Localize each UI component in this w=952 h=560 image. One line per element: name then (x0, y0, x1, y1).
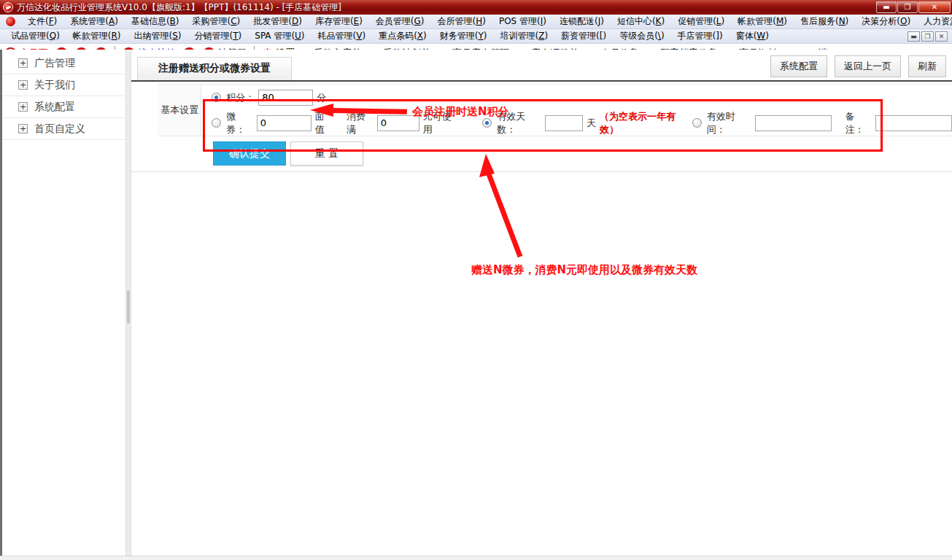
mdi-close-button[interactable]: ✕ (935, 31, 948, 42)
sidebar-item[interactable]: +首页自定义 (2, 118, 125, 140)
menu-item-N[interactable]: 售后服务(N) (794, 14, 855, 29)
menu-item-T[interactable]: 分销管理(T) (188, 28, 249, 44)
coupon-label: 微券： (226, 110, 252, 136)
menu-item-[[interactable]: 薪资管理([) (554, 28, 613, 44)
app-body: +广告管理+关于我们+系统配置+首页自定义 注册赠送积分或微券设置 系统配置返回… (0, 50, 952, 556)
menu-item-\[interactable]: 等级会员(\) (613, 28, 670, 44)
sidebar-splitter[interactable] (125, 50, 131, 556)
reset-button[interactable]: 重 置 (290, 141, 363, 166)
valid-time-radio[interactable] (692, 118, 702, 128)
valid-days-input[interactable] (545, 115, 583, 131)
sidebar-item[interactable]: +关于我们 (2, 74, 125, 96)
valid-time-label: 有效时间： (707, 110, 751, 136)
menu-item-L[interactable]: 促销管理(L) (671, 14, 731, 29)
header-button[interactable]: 系统配置 (770, 55, 827, 77)
menu-item-S[interactable]: 出纳管理(S) (128, 28, 188, 44)
menu-item-E[interactable]: 库存管理(E) (309, 14, 369, 29)
valid-days-note: （为空表示一年有效） (600, 110, 689, 136)
mdi-restore-button[interactable]: ❐ (921, 31, 934, 42)
sidebar-item[interactable]: +系统配置 (2, 96, 125, 118)
menu-item-D[interactable]: 批发管理(D) (247, 14, 309, 29)
menu-item-Z[interactable]: 培训管理(Z) (493, 28, 554, 44)
spend-label: 消费满 (347, 110, 373, 136)
sidebar: +广告管理+关于我们+系统配置+首页自定义 (2, 50, 125, 556)
titlebar: 万信达化妆品行业管理系统V10.0【旗舰版:1】【PPT】(161114) - … (0, 0, 952, 15)
sidebar-item-label: 关于我们 (34, 79, 75, 92)
menu-item-C[interactable]: 采购管理(C) (185, 14, 247, 29)
menu-item-B[interactable]: 基础信息(B) (125, 14, 186, 29)
coupon-value-input[interactable] (257, 115, 311, 131)
page-title: 注册赠送积分或微券设置 (137, 57, 292, 80)
app-logo-icon (3, 2, 13, 12)
menu-item-M[interactable]: 帐款管理(M) (731, 14, 794, 29)
menu-item-G[interactable]: 会员管理(G) (369, 14, 431, 29)
points-label: 积分： (226, 91, 255, 104)
expand-plus-icon[interactable]: + (18, 102, 28, 112)
expand-plus-icon[interactable]: + (18, 124, 28, 133)
menu-item-Y[interactable]: 财务管理(Y) (433, 28, 494, 44)
minimize-button[interactable]: ▬ (876, 1, 897, 13)
menu-item-O[interactable]: 决策分析(O) (855, 14, 917, 29)
sidebar-item-label: 系统配置 (34, 101, 75, 114)
menu-item-I[interactable]: POS 管理(I) (492, 14, 553, 29)
sidebar-item-label: 首页自定义 (34, 122, 85, 136)
expand-plus-icon[interactable]: + (18, 80, 28, 90)
valid-time-input[interactable] (755, 115, 832, 131)
menu-item-K[interactable]: 短信中心(K) (611, 14, 671, 29)
close-button[interactable]: ✕ (918, 1, 951, 13)
menu-item-W[interactable]: 窗体(W) (730, 28, 775, 44)
splitter-handle-icon[interactable] (127, 290, 130, 324)
header-button[interactable]: 刷新 (908, 55, 946, 77)
remark-label: 备注： (845, 110, 872, 136)
horizontal-scrollbar[interactable] (0, 556, 952, 560)
points-row: 积分： 分 (201, 85, 952, 110)
coupon-radio[interactable] (212, 118, 221, 128)
window-title: 万信达化妆品行业管理系统V10.0【旗舰版:1】【PPT】(161114) - … (17, 1, 876, 14)
main-content: 注册赠送积分或微券设置 系统配置返回上一页刷新 基本设置 积分： 分 微券： (131, 50, 952, 556)
menu-item-H[interactable]: 会所管理(H) (431, 14, 492, 29)
sidebar-item[interactable]: +广告管理 (2, 52, 125, 74)
remark-input[interactable] (875, 115, 952, 131)
settings-form: 基本设置 积分： 分 微券： 面值 消费满 (131, 82, 952, 172)
menubar-row1: 文件(F)系统管理(A)基础信息(B)采购管理(C)批发管理(D)库存管理(E)… (0, 15, 952, 29)
menu-item-X[interactable]: 重点条码(X) (372, 28, 433, 44)
menu-item-Q[interactable]: 试品管理(Q) (4, 28, 66, 44)
annotation-points-text: 会员注册时送N积分 (412, 105, 509, 119)
valid-days-radio[interactable] (482, 118, 492, 128)
content-header: 注册赠送积分或微券设置 系统配置返回上一页刷新 (131, 50, 952, 82)
menu-item-F[interactable]: 文件(F) (21, 14, 63, 29)
coupon-suffix: 面值 (315, 110, 333, 136)
coupon-row: 微券： 面值 消费满 元可使用 有效天数： 天 （为空表示一年有效） 有效时间： (201, 110, 952, 136)
annotation-coupon-text: 赠送N微券，消费N元即使用以及微券有效天数 (471, 263, 697, 277)
app-menu-icon (6, 17, 15, 26)
menubar-row2: 试品管理(Q)帐款管理(R)出纳管理(S)分销管理(T)SPA 管理(U)耗品管… (0, 29, 952, 44)
mdi-minimize-button[interactable]: ▬ (908, 31, 920, 42)
points-radio[interactable] (212, 93, 221, 102)
menu-item-P[interactable]: 人力资源(P) (917, 14, 952, 29)
expand-plus-icon[interactable]: + (18, 58, 28, 68)
restore-button[interactable]: ❐ (897, 1, 918, 13)
menu-item-][interactable]: 手店管理(]) (671, 28, 730, 44)
points-suffix: 分 (317, 91, 326, 104)
menu-item-A[interactable]: 系统管理(A) (63, 14, 125, 29)
menu-item-V[interactable]: 耗品管理(V) (311, 28, 373, 44)
menu-item-J[interactable]: 连锁配送(J) (553, 14, 611, 29)
points-input[interactable] (258, 90, 313, 106)
sidebar-item-label: 广告管理 (34, 57, 75, 70)
header-button[interactable]: 返回上一页 (835, 55, 901, 77)
submit-button[interactable]: 确认提交 (213, 141, 286, 166)
menu-item-U[interactable]: SPA 管理(U) (248, 28, 311, 44)
valid-days-suffix: 天 (587, 117, 596, 130)
form-section-label: 基本设置 (158, 85, 201, 136)
menu-item-R[interactable]: 帐款管理(R) (66, 28, 128, 44)
